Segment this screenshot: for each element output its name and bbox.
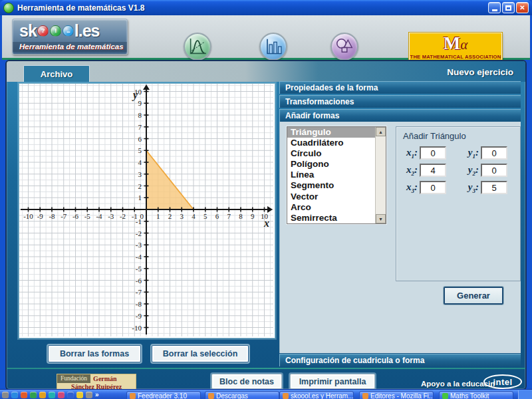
svg-text:-9: -9 [136,312,142,320]
fundacion-logo: Fundación Germán Sánchez Ruipérez [57,374,136,390]
section-propiedades[interactable]: Propiedades de la forma [279,81,521,94]
shape-list-item[interactable]: Línea [287,170,375,180]
svg-text:-4: -4 [136,253,142,261]
svg-text:7: 7 [138,123,142,131]
quicklaunch-chevron-icon[interactable]: » [95,391,99,398]
logo-ball-icon: ? [37,25,49,37]
shape-list-item[interactable]: Arco [287,202,375,213]
task-label: skoool.es y Herram... [291,392,353,399]
y1-input[interactable] [481,146,507,160]
y2-input[interactable] [481,164,507,177]
title-bar: Herramienta de matemáticas V1.8 ✕ [0,0,532,15]
task-icon [208,393,214,399]
shape-list-item[interactable]: Segmento [287,180,375,191]
section-configuracion[interactable]: Configuración de cuadricula o forma [279,354,521,366]
close-button[interactable]: ✕ [516,2,529,13]
taskbar-task-5[interactable]: Maths Toolkit [439,391,513,399]
section-anadir-formas[interactable]: Añadir formas [279,109,521,122]
svg-text:6: 6 [138,135,142,143]
skoool-logo-sk: sk [19,21,37,41]
svg-text:6: 6 [215,212,219,220]
x2-input[interactable] [420,164,446,177]
quicklaunch-icon[interactable] [76,392,83,398]
shape-list-item[interactable]: Polígono [287,159,375,170]
distribution-curve-icon[interactable] [184,33,211,61]
nuevo-ejercicio-link[interactable]: Nuevo ejercicio [447,67,513,77]
quicklaunch-icon[interactable] [86,392,92,398]
shape-list-item[interactable]: Triángulo [287,127,375,138]
fundacion-name: Germán [90,374,117,383]
x1-label: x1: [400,147,418,160]
borrar-seleccion-button[interactable]: Borrar la selección [152,345,249,362]
scroll-up-icon[interactable]: ▲ [376,127,386,136]
skoool-logo-subtitle: Herramienta de matemáticas [13,42,127,52]
svg-text:-5: -5 [136,265,142,273]
quicklaunch-icon[interactable] [30,392,37,398]
svg-text:-6: -6 [136,277,142,285]
x1-input[interactable] [420,146,446,160]
minimize-icon [492,9,497,11]
bloc-de-notas-button[interactable]: Bloc de notas [211,374,282,389]
generar-button[interactable]: Generar [444,287,503,305]
quicklaunch-icon[interactable] [11,392,18,398]
taskbar: » Feedreader 3.10Descargasskoool.es y He… [0,389,532,399]
ma-logo-text: THE MATHEMATICAL ASSOCIATION [410,54,501,60]
quicklaunch-icon[interactable] [49,392,55,398]
shape-list-item[interactable]: Cuadrilátero [287,138,375,148]
svg-text:-8: -8 [136,300,142,308]
svg-text:2: 2 [168,212,172,220]
x3-input[interactable] [420,181,446,194]
graph-canvas[interactable]: -10-9-8-7-6-5-4-3-2-1012345678910-10-9-8… [19,84,273,336]
task-label: Feedreader 3.10 [138,392,187,399]
maximize-button[interactable] [502,2,515,13]
svg-text:-6: -6 [72,212,79,220]
taskbar-task-1[interactable]: Feedreader 3.10 [126,391,201,399]
shape-list-item[interactable]: Círculo [287,148,375,159]
svg-text:4: 4 [138,158,142,166]
svg-text:-1: -1 [136,217,142,225]
task-label: Editores - Mozilla Fi... [370,392,434,399]
y1-label: y1: [462,147,479,160]
task-label: Descargas [216,392,248,399]
ma-logo-alpha: α [460,37,467,53]
quicklaunch-icon[interactable] [67,392,74,398]
task-icon [442,393,448,399]
y3-input[interactable] [481,181,507,194]
quicklaunch-icon[interactable] [58,392,65,398]
section-transformaciones[interactable]: Transformaciones [279,95,521,108]
2d-shapes-icon[interactable] [331,33,358,61]
shape-list-item[interactable]: Semirrecta [287,213,375,223]
minimize-button[interactable] [488,2,501,13]
svg-text:-7: -7 [136,288,142,296]
scroll-down-icon[interactable]: ▼ [376,214,386,223]
task-icon [130,393,136,399]
svg-text:-10: -10 [23,212,33,220]
svg-text:5: 5 [138,146,142,154]
menu-archivo[interactable]: Archivo [23,65,90,82]
quicklaunch-icon[interactable] [21,392,27,398]
shape-list-item[interactable]: Vector [287,192,375,202]
y2-label: y2: [462,164,479,177]
listbox-scrollbar[interactable]: ▲ ▼ [375,127,386,223]
taskbar-task-3[interactable]: skoool.es y Herram... [279,391,354,399]
x2-label: x2: [400,164,418,177]
fundacion-badge: Fundación [57,374,90,383]
application-window: Herramienta de matemáticas V1.8 ✕ sk ?!.… [0,0,532,399]
imprimir-pantalla-button[interactable]: Imprimir pantalla [290,374,375,389]
borrar-formas-button[interactable]: Borrar las formas [48,345,141,362]
skoool-logo: sk ?!... l.es Herramienta de matemáticas [12,19,128,55]
add-triangle-groupbox: Añadir Triángulo x1:y1:x2:y2:x3:y3: [396,126,521,281]
taskbar-task-2[interactable]: Descargas [205,391,279,399]
footer-divider [7,368,525,369]
system-tray [518,390,532,399]
taskbar-task-4[interactable]: Editores - Mozilla Fi... [359,391,434,399]
quicklaunch-icon[interactable] [2,392,9,398]
coordinate-graph[interactable]: -10-9-8-7-6-5-4-3-2-1012345678910-10-9-8… [19,83,275,338]
add-shapes-panel: TriánguloCuadriláteroCírculoPolígonoLíne… [279,122,521,353]
svg-text:7: 7 [227,212,231,220]
svg-text:-3: -3 [108,212,114,220]
quicklaunch-icon[interactable] [39,392,46,398]
bar-chart-icon[interactable] [259,33,287,61]
app-header: sk ?!... l.es Herramienta de matemáticas… [2,15,530,60]
svg-text:-9: -9 [37,212,44,220]
